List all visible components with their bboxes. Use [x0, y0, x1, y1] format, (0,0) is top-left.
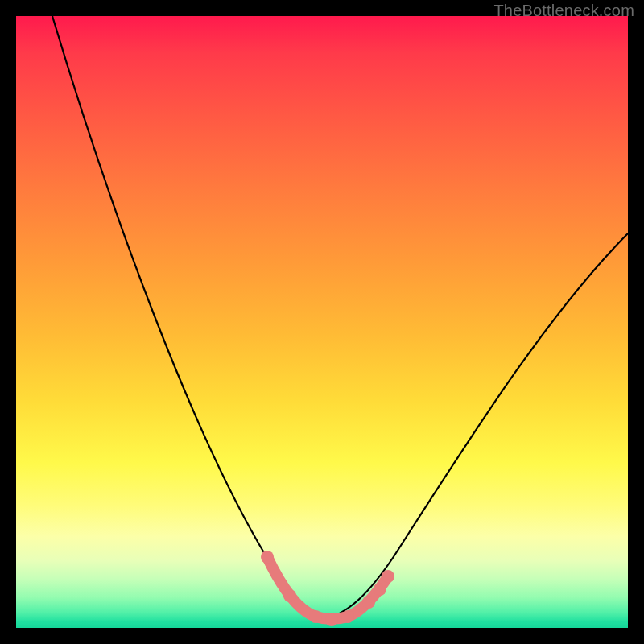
valley-marker-dot	[374, 583, 386, 596]
valley-marker-dot	[341, 610, 354, 623]
chart-frame: TheBottleneck.com	[0, 0, 644, 644]
valley-marker-dot	[325, 613, 338, 626]
valley-marker-dot	[283, 589, 296, 602]
watermark-text: TheBottleneck.com	[493, 2, 634, 20]
valley-highlight-group	[261, 551, 394, 626]
valley-marker-dot	[309, 610, 322, 623]
bottleneck-curve	[52, 16, 628, 618]
valley-marker-segment-left	[267, 557, 316, 617]
valley-marker-dot	[382, 570, 394, 583]
valley-marker-dot	[362, 596, 375, 609]
plot-area	[16, 16, 628, 628]
valley-marker-dot	[261, 551, 274, 564]
bottleneck-curve-svg	[16, 16, 628, 628]
